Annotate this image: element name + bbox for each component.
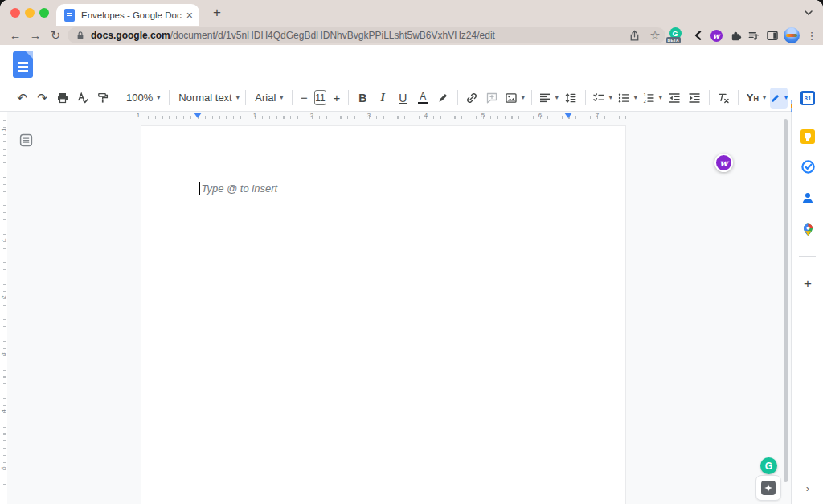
- document-outline-button[interactable]: [18, 132, 34, 148]
- insert-image-button[interactable]: ▾: [502, 88, 527, 109]
- divider: [585, 90, 586, 105]
- extensions-menu-button[interactable]: [727, 26, 744, 45]
- text-cursor-line[interactable]: Type @ to insert: [199, 182, 277, 195]
- puzzle-icon: [730, 30, 742, 42]
- tasks-panel-button[interactable]: [800, 158, 816, 174]
- insert-image-icon: [505, 92, 518, 104]
- reload-button[interactable]: ↻: [47, 26, 64, 45]
- yh-extension-button[interactable]: Y H ▾: [743, 88, 770, 109]
- zoom-select[interactable]: 100% ▾: [121, 88, 165, 109]
- tab-close-icon[interactable]: ×: [186, 9, 193, 22]
- highlight-color-button[interactable]: [433, 88, 453, 109]
- close-side-panel-button[interactable]: ›: [800, 480, 816, 496]
- docs-toolbar: ↶ ↷ 100% ▾: [0, 84, 791, 111]
- italic-button[interactable]: I: [373, 88, 393, 109]
- window-close-button[interactable]: [10, 8, 20, 18]
- url-domain: docs.google.com: [91, 30, 170, 41]
- checklist-icon: [592, 92, 605, 104]
- ruler-label: 5: [0, 465, 7, 473]
- font-size-input[interactable]: 11: [314, 90, 326, 105]
- lock-icon: [76, 31, 85, 40]
- dropdown-icon: ▾: [609, 95, 612, 101]
- undo-button[interactable]: ↶: [12, 88, 32, 109]
- left-indent-marker[interactable]: [194, 113, 202, 118]
- text-color-icon: A: [418, 92, 428, 104]
- back-button[interactable]: ←: [6, 26, 24, 45]
- line-spacing-button[interactable]: [561, 88, 581, 109]
- increase-indent-button[interactable]: [685, 88, 705, 109]
- font-family-select[interactable]: Arial ▾: [250, 88, 288, 109]
- extension-wordtune[interactable]: w: [707, 26, 725, 45]
- share-page-button[interactable]: [625, 26, 643, 45]
- spelling-check-button[interactable]: [72, 88, 92, 109]
- explore-button[interactable]: [755, 475, 781, 501]
- extension-grammarly[interactable]: G BETA: [666, 26, 684, 45]
- underline-button[interactable]: U: [393, 88, 413, 109]
- ruler-label: 3: [364, 112, 374, 119]
- bold-button[interactable]: B: [353, 88, 373, 109]
- document-outline-icon: [19, 133, 33, 147]
- chevron-extension-icon: [693, 30, 704, 41]
- side-panel-button[interactable]: [764, 26, 781, 45]
- yh-extension-icon: Y H: [747, 92, 759, 104]
- media-controls-button[interactable]: [744, 26, 762, 45]
- window-minimize-button[interactable]: [25, 8, 35, 18]
- calendar-panel-button[interactable]: 31: [800, 90, 816, 106]
- address-bar[interactable]: docs.google.com/document/d/1v5nHDH4QdGeg…: [68, 27, 665, 43]
- keep-panel-button[interactable]: [800, 129, 816, 145]
- wordtune-floating-button[interactable]: w: [714, 154, 733, 172]
- divider: [117, 90, 117, 105]
- ruler-label: 4: [421, 112, 431, 119]
- grammarly-floating-button[interactable]: G: [760, 457, 777, 474]
- url-path: /document/d/1v5nHDH4QdGegBdHDNhvBvgkPPiL…: [170, 30, 495, 41]
- forward-button[interactable]: →: [27, 26, 44, 45]
- maps-panel-button[interactable]: [800, 221, 816, 237]
- ruler-label: 7: [592, 112, 602, 119]
- extension-chevron[interactable]: [690, 26, 707, 45]
- dropdown-icon: ▾: [157, 95, 160, 101]
- numbered-list-button[interactable]: 12 ▾: [640, 88, 665, 109]
- get-add-ons-button[interactable]: +: [800, 276, 816, 292]
- window-zoom-button[interactable]: [39, 8, 49, 18]
- google-maps-icon: [801, 223, 815, 236]
- text-color-button[interactable]: A: [413, 88, 433, 109]
- divider: [348, 90, 349, 105]
- paint-format-button[interactable]: [92, 88, 113, 109]
- url-text: docs.google.com/document/d/1v5nHDH4QdGeg…: [91, 30, 495, 41]
- increase-font-size-button[interactable]: +: [330, 88, 344, 109]
- add-comment-button[interactable]: [482, 88, 502, 109]
- right-indent-marker[interactable]: [564, 113, 572, 118]
- browser-profile-avatar[interactable]: [783, 26, 800, 45]
- add-comment-icon: [485, 92, 498, 104]
- new-tab-button[interactable]: +: [207, 3, 227, 23]
- divider: [457, 90, 458, 105]
- tab-search-chevron-icon[interactable]: [802, 6, 815, 19]
- divider: [709, 90, 710, 105]
- browser-tab[interactable]: Envelopes - Google Docs ×: [56, 4, 199, 26]
- ruler-label: 6: [535, 112, 545, 119]
- docs-header: Envelopes ☆ File Edit View Insert Format…: [0, 45, 823, 84]
- bookmark-star-icon[interactable]: ☆: [646, 26, 664, 45]
- editing-mode-button[interactable]: ▾: [770, 88, 788, 109]
- decrease-font-size-button[interactable]: −: [297, 88, 311, 109]
- bulleted-list-button[interactable]: ▾: [615, 88, 640, 109]
- spellcheck-icon: [76, 92, 89, 104]
- browser-menu-button[interactable]: ⋮: [803, 26, 821, 45]
- redo-button[interactable]: ↷: [32, 88, 52, 109]
- contacts-panel-button[interactable]: [800, 190, 816, 206]
- decrease-indent-button[interactable]: [665, 88, 685, 109]
- playlist-icon: [747, 30, 760, 42]
- align-button[interactable]: ▾: [536, 88, 561, 109]
- dropdown-icon: ▾: [522, 95, 525, 101]
- bulleted-list-icon: [617, 92, 630, 104]
- print-button[interactable]: [52, 88, 72, 109]
- ruler-label: 5: [478, 112, 488, 119]
- ruler-label: 2: [307, 112, 317, 119]
- clear-formatting-button[interactable]: [714, 88, 734, 109]
- insert-link-button[interactable]: [462, 88, 482, 109]
- divider: [738, 90, 739, 105]
- docs-logo[interactable]: [13, 51, 33, 78]
- checklist-button[interactable]: ▾: [590, 88, 615, 109]
- document-scrollbar[interactable]: [784, 119, 788, 482]
- paragraph-style-select[interactable]: Normal text ▾: [174, 88, 241, 109]
